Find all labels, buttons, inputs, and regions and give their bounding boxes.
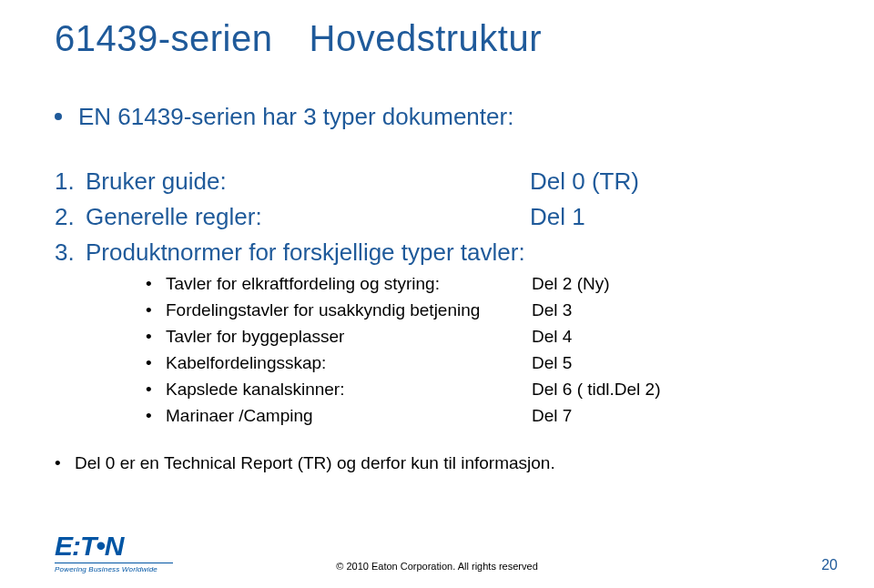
list-item: 1. Bruker guide: Del 0 (TR) (55, 167, 819, 196)
sub-item: • Kapslede kanalskinner: Del 6 ( tidl.De… (146, 380, 819, 400)
sub-value: Del 4 (532, 327, 572, 347)
sub-label: Kabelfordelingsskap: (166, 353, 532, 373)
sub-item: • Fordelingstavler for usakkyndig betjen… (146, 300, 819, 320)
list-item: 2. Generelle regler: Del 1 (55, 203, 819, 231)
sub-item: • Marinaer /Camping Del 7 (146, 406, 819, 426)
logo: E:T•N Powering Business Worldwide (55, 532, 173, 573)
sub-label: Kapslede kanalskinner: (166, 380, 532, 400)
logo-separator (55, 563, 173, 563)
sub-bullet: • (146, 327, 166, 347)
sub-label: Tavler for elkraftfordeling og styring: (166, 274, 532, 294)
sub-label: Fordelingstavler for usakkyndig betjenin… (166, 300, 532, 320)
logo-text: E:T•N (55, 532, 124, 560)
item-value: Del 1 (530, 203, 585, 231)
sub-item: • Tavler for elkraftfordeling og styring… (146, 274, 819, 294)
sub-list: • Tavler for elkraftfordeling og styring… (146, 274, 819, 426)
logo-tagline: Powering Business Worldwide (55, 565, 158, 573)
intro-text: EN 61439-serien har 3 typer dokumenter: (78, 103, 513, 130)
sub-bullet: • (146, 300, 166, 320)
footnote-bullet: • (55, 453, 75, 473)
sub-bullet: • (146, 274, 166, 294)
bullet-icon (55, 113, 62, 120)
main-list: 1. Bruker guide: Del 0 (TR) 2. Generelle… (55, 167, 819, 267)
list-item: 3. Produktnormer for forskjellige typer … (55, 238, 819, 267)
item-number: 3. (55, 238, 86, 267)
title-right: Hovedstruktur (310, 18, 542, 59)
intro-line: EN 61439-serien har 3 typer dokumenter: (55, 103, 819, 131)
item-label: Bruker guide: (86, 167, 530, 196)
sub-value: Del 2 (Ny) (532, 274, 610, 294)
item-label: Produktnormer for forskjellige typer tav… (86, 238, 530, 267)
item-label: Generelle regler: (86, 203, 530, 231)
slide-title: 61439-serien Hovedstruktur (55, 18, 819, 59)
sub-value: Del 3 (532, 300, 572, 320)
sub-value: Del 5 (532, 353, 572, 373)
item-value: Del 0 (TR) (530, 167, 639, 196)
footer: E:T•N Powering Business Worldwide © 2010… (0, 532, 874, 573)
title-left: 61439-serien (55, 18, 273, 59)
sub-value: Del 7 (532, 406, 572, 426)
sub-label: Tavler for byggeplasser (166, 327, 532, 347)
sub-label: Marinaer /Camping (166, 406, 532, 426)
sub-item: • Tavler for byggeplasser Del 4 (146, 327, 819, 347)
sub-bullet: • (146, 353, 166, 373)
footnote-text: Del 0 er en Technical Report (TR) og der… (75, 453, 555, 473)
slide: 61439-serien Hovedstruktur EN 61439-seri… (0, 0, 874, 588)
item-number: 2. (55, 203, 86, 231)
sub-value: Del 6 ( tidl.Del 2) (532, 380, 661, 400)
sub-bullet: • (146, 406, 166, 426)
footnote: • Del 0 er en Technical Report (TR) og d… (55, 453, 819, 473)
page-number: 20 (821, 557, 838, 573)
copyright: © 2010 Eaton Corporation. All rights res… (336, 561, 538, 572)
sub-bullet: • (146, 380, 166, 400)
item-number: 1. (55, 167, 86, 196)
sub-item: • Kabelfordelingsskap: Del 5 (146, 353, 819, 373)
